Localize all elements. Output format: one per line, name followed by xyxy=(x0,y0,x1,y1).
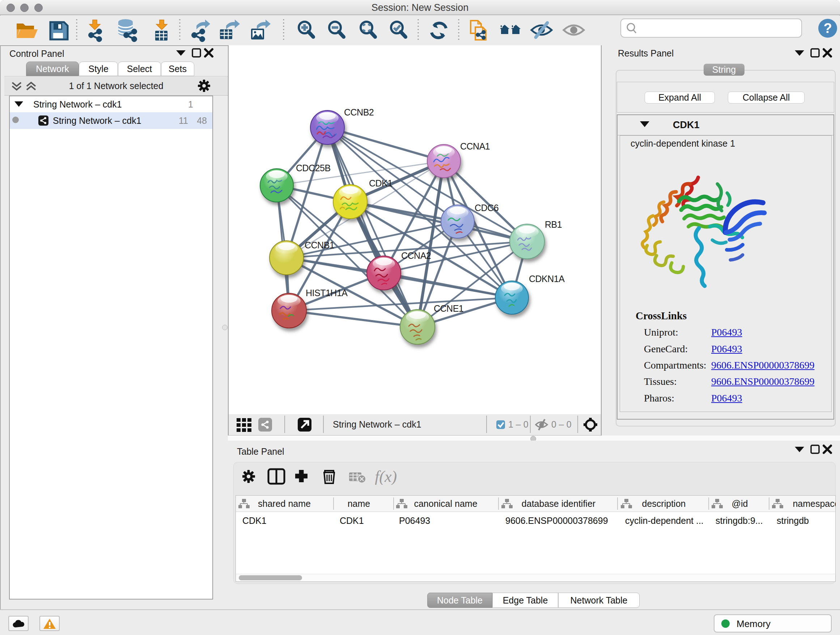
svg-text:HIST1H1A: HIST1H1A xyxy=(306,288,347,298)
svg-text:CDC25B: CDC25B xyxy=(296,163,331,173)
svg-text:1 – 0: 1 – 0 xyxy=(508,419,529,429)
svg-text:namespace: namespace xyxy=(793,499,836,509)
svg-text:description: description xyxy=(642,499,686,509)
svg-text:CCNB1: CCNB1 xyxy=(305,240,334,250)
svg-text:f(x): f(x) xyxy=(375,468,397,485)
svg-text:CCNA1: CCNA1 xyxy=(460,141,490,151)
svg-text:CDK1: CDK1 xyxy=(369,178,393,188)
svg-text:canonical name: canonical name xyxy=(414,499,477,509)
svg-text:name: name xyxy=(347,499,370,509)
svg-text:@id: @id xyxy=(732,499,748,509)
svg-text:CCNE1: CCNE1 xyxy=(434,303,463,314)
svg-text:CCNB2: CCNB2 xyxy=(344,107,374,117)
svg-text:String Network – cdk1: String Network – cdk1 xyxy=(333,419,422,429)
svg-text:RB1: RB1 xyxy=(545,219,562,230)
svg-text:CCNA2: CCNA2 xyxy=(401,250,431,261)
svg-text:CDC6: CDC6 xyxy=(475,203,499,213)
svg-text:0 – 0: 0 – 0 xyxy=(551,419,572,429)
svg-text:database identifier: database identifier xyxy=(522,499,595,509)
svg-text:shared name: shared name xyxy=(258,499,311,509)
svg-text:?: ? xyxy=(823,21,832,36)
svg-text:CDKN1A: CDKN1A xyxy=(529,274,565,284)
